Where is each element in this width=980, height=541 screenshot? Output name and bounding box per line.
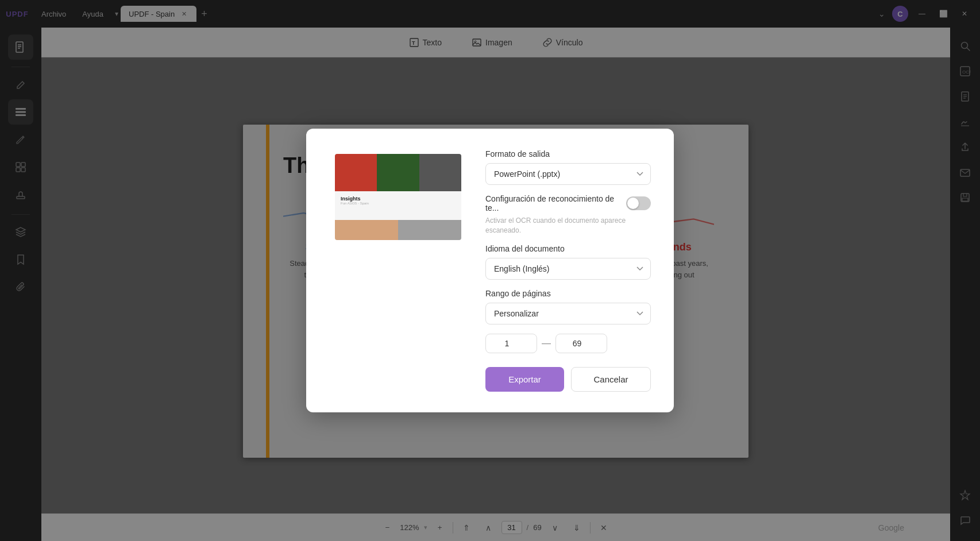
preview-cell-red <box>335 154 377 191</box>
language-label: Idioma del documento <box>485 244 651 253</box>
range-inputs-row: — <box>485 334 651 353</box>
ocr-toggle[interactable] <box>626 196 651 210</box>
ocr-hint: Activar el OCR cuando el documento apare… <box>485 216 651 235</box>
toggle-knob <box>627 198 639 209</box>
ocr-label: Configuración de reconocimiento de te... <box>485 194 626 212</box>
preview-cell-face2 <box>398 220 461 240</box>
export-button[interactable]: Exportar <box>485 367 564 392</box>
export-dialog: Insights Fun ASOS - Spain <box>306 129 674 413</box>
preview-cell-face <box>335 220 398 240</box>
language-select[interactable]: English (Inglés)EspañolFrançaisDeutsch中文 <box>485 258 651 280</box>
range-separator: — <box>542 338 551 349</box>
cancel-button[interactable]: Cancelar <box>571 367 651 392</box>
format-select[interactable]: PowerPoint (.pptx)Word (.docx)Excel (.xl… <box>485 163 651 185</box>
modal-overlay: Insights Fun ASOS - Spain <box>0 0 980 541</box>
range-label: Rango de páginas <box>485 289 651 298</box>
preview-row-3 <box>335 220 461 240</box>
range-from-input[interactable] <box>485 334 537 353</box>
dialog-form: Formato de salida PowerPoint (.pptx)Word… <box>485 149 651 392</box>
preview-image: Insights Fun ASOS - Spain <box>335 154 461 240</box>
range-select[interactable]: Todas las páginasPersonalizarPágina actu… <box>485 303 651 324</box>
preview-insights-label: Insights <box>341 196 369 202</box>
range-to-input[interactable] <box>555 334 607 353</box>
preview-cell-dark <box>419 154 461 191</box>
ocr-toggle-row: Configuración de reconocimiento de te... <box>485 194 651 212</box>
dialog-preview: Insights Fun ASOS - Spain <box>329 149 467 392</box>
dialog-buttons: Exportar Cancelar <box>485 367 651 392</box>
preview-cell-text: Insights Fun ASOS - Spain <box>335 191 461 220</box>
preview-cell-green <box>377 154 419 191</box>
preview-insights-sub: Fun ASOS - Spain <box>341 202 369 205</box>
format-label: Formato de salida <box>485 149 651 159</box>
